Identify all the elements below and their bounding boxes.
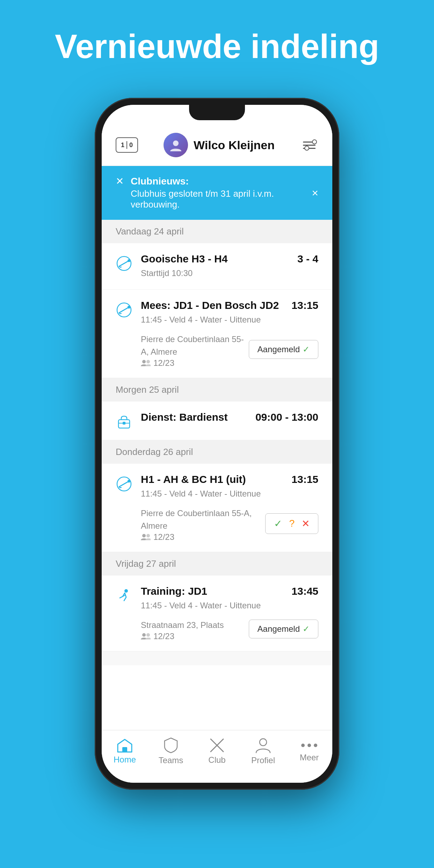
scroll-content: Vandaag 24 april Gooische H3 - H4 xyxy=(102,220,332,730)
nav-profiel[interactable]: Profiel xyxy=(246,737,281,765)
svg-point-14 xyxy=(128,480,130,483)
scoreboard-icon[interactable] xyxy=(116,137,138,153)
event-mees-jd1: Mees: JD1 - Den Bosch JD2 13:15 11:45 - … xyxy=(102,290,332,378)
avatar xyxy=(164,133,188,157)
available-maybe-button[interactable]: ? xyxy=(289,518,295,529)
event-title-bardienst: Dienst: Bardienst xyxy=(141,411,227,423)
event-detail-train-a: 11:45 - Veld 4 - Water - Uittenue xyxy=(141,599,318,612)
svg-point-23 xyxy=(260,739,267,746)
event-score: 3 - 4 xyxy=(297,253,318,265)
event-time-bardienst: 09:00 - 13:00 xyxy=(255,411,318,423)
available-yes-button[interactable]: ✓ xyxy=(274,518,282,529)
app-content: Wilco Kleijnen ✕ Clubnieuws: Clubhuis ge… xyxy=(102,105,332,783)
aangemeld-button-1[interactable]: Aangemeld ✓ xyxy=(249,340,318,359)
date-header-friday: Vrijdag 27 april xyxy=(102,552,332,576)
phone-screen: Wilco Kleijnen ✕ Clubnieuws: Clubhuis ge… xyxy=(102,105,332,783)
page-headline: Vernieuwde indeling xyxy=(0,28,434,65)
news-banner: ✕ Clubnieuws: Clubhuis gesloten t/m 31 a… xyxy=(102,166,332,220)
settings-button[interactable] xyxy=(300,139,318,152)
event-bardienst: Dienst: Bardienst 09:00 - 13:00 xyxy=(102,402,332,440)
svg-point-15 xyxy=(142,534,146,537)
date-header-thursday: Donderdag 26 april xyxy=(102,440,332,464)
event-title-training: Training: JD1 xyxy=(141,585,207,597)
news-dismiss-icon: ✕ xyxy=(116,176,124,186)
phone-notch xyxy=(189,105,245,120)
svg-point-3 xyxy=(128,259,130,262)
svg-line-13 xyxy=(119,481,129,487)
svg-point-7 xyxy=(142,360,146,363)
svg-rect-20 xyxy=(122,747,127,752)
event-subtitle: Starttijd 10:30 xyxy=(141,267,318,280)
bottom-padding xyxy=(102,651,332,665)
news-body: Clubhuis gesloten t/m 31 april i.v.m. ve… xyxy=(131,188,306,210)
aangemeld-button-2[interactable]: Aangemeld ✓ xyxy=(249,620,318,638)
nav-meer[interactable]: Meer xyxy=(292,740,327,762)
event-detail-train-b: Straatnaam 23, Plaats xyxy=(141,619,224,631)
news-close-button[interactable]: × xyxy=(312,187,318,200)
event-title-h1: H1 - AH & BC H1 (uit) xyxy=(141,473,246,485)
event-training-jd1: Training: JD1 13:45 11:45 - Veld 4 - Wat… xyxy=(102,576,332,651)
svg-rect-11 xyxy=(123,422,125,425)
svg-point-19 xyxy=(146,633,150,637)
event-detail-h1b: Pierre de Coubertinlaan 55-A, Almere xyxy=(141,507,265,532)
event-time-2: 13:15 xyxy=(291,299,318,311)
date-header-today: Vandaag 24 april xyxy=(102,220,332,243)
svg-point-0 xyxy=(173,140,179,146)
hockey-icon-3 xyxy=(116,476,132,492)
hockey-icon xyxy=(116,255,132,272)
bottom-nav: Home Teams Club xyxy=(102,730,332,783)
username-label: Wilco Kleijnen xyxy=(194,138,275,152)
event-players-h1: 12/23 xyxy=(141,532,265,542)
event-gooische: Gooische H3 - H4 3 - 4 Starttijd 10:30 xyxy=(102,243,332,290)
nav-teams[interactable]: Teams xyxy=(153,737,188,765)
event-detail-2a: 11:45 - Veld 4 - Water - Uittenue xyxy=(141,313,318,326)
event-detail-2b: Pierre de Coubertinlaan 55-A, Almere xyxy=(141,333,249,358)
nav-home-label: Home xyxy=(114,755,136,765)
run-icon xyxy=(116,587,132,604)
shield-icon xyxy=(164,737,178,753)
nav-meer-label: Meer xyxy=(300,753,319,762)
nav-profiel-label: Profiel xyxy=(251,755,275,765)
availability-buttons[interactable]: ✓ ? ✕ xyxy=(265,513,318,534)
svg-line-5 xyxy=(119,307,129,313)
date-header-tomorrow: Morgen 25 april xyxy=(102,378,332,402)
event-time-h1: 13:15 xyxy=(291,473,318,485)
svg-point-8 xyxy=(146,360,150,363)
event-players-train: 12/23 xyxy=(141,631,224,641)
event-players-2: 12/23 xyxy=(141,358,249,368)
home-icon xyxy=(117,738,133,753)
bag-icon xyxy=(116,413,132,430)
event-detail-h1a: 11:45 - Veld 4 - Water - Uittenue xyxy=(141,487,318,500)
more-icon xyxy=(301,740,317,751)
available-no-button[interactable]: ✕ xyxy=(302,518,310,529)
nav-club-label: Club xyxy=(208,755,225,765)
svg-point-6 xyxy=(128,306,130,309)
user-info: Wilco Kleijnen xyxy=(164,133,275,157)
phone-shell: Wilco Kleijnen ✕ Clubnieuws: Clubhuis ge… xyxy=(95,98,339,790)
event-h1-ahbc: H1 - AH & BC H1 (uit) 13:15 11:45 - Veld… xyxy=(102,464,332,552)
event-title-2: Mees: JD1 - Den Bosch JD2 xyxy=(141,299,279,311)
svg-line-2 xyxy=(119,261,129,266)
nav-club[interactable]: Club xyxy=(200,738,234,765)
person-icon xyxy=(255,737,271,753)
event-title: Gooische H3 - H4 xyxy=(141,253,227,265)
cross-icon xyxy=(209,738,225,753)
nav-home[interactable]: Home xyxy=(107,738,142,765)
svg-point-18 xyxy=(142,633,146,637)
event-time-training: 13:45 xyxy=(291,585,318,597)
svg-point-16 xyxy=(146,534,150,537)
hockey-icon-2 xyxy=(116,302,132,318)
svg-point-17 xyxy=(124,589,128,593)
news-title: Clubnieuws: xyxy=(131,176,306,187)
nav-teams-label: Teams xyxy=(159,755,183,765)
